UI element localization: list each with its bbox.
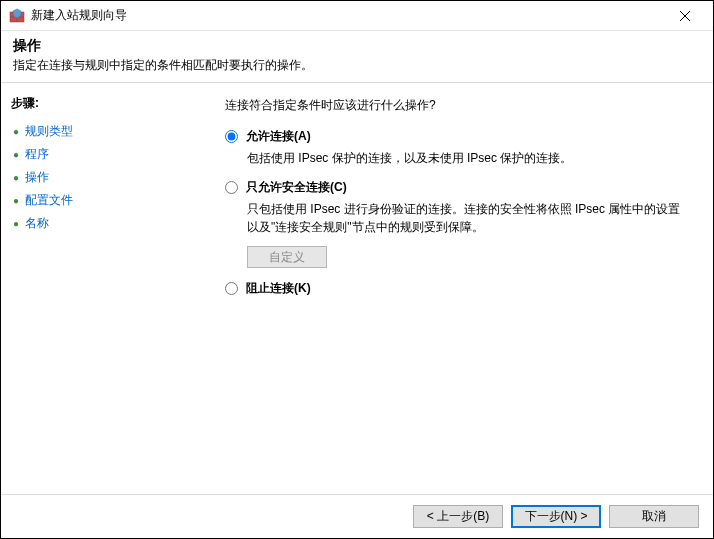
radio-allow-secure[interactable] (225, 181, 238, 194)
header-panel: 操作 指定在连接与规则中指定的条件相匹配时要执行的操作。 (1, 31, 713, 83)
window-title: 新建入站规则向导 (31, 7, 665, 24)
step-name[interactable]: ● 名称 (11, 212, 191, 235)
page-desc: 指定在连接与规则中指定的条件相匹配时要执行的操作。 (13, 57, 701, 74)
option-allow-secure: 只允许安全连接(C) 只包括使用 IPsec 进行身份验证的连接。连接的安全性将… (225, 179, 689, 268)
bullet-icon: ● (13, 173, 19, 183)
radio-allow[interactable] (225, 130, 238, 143)
radio-block[interactable] (225, 282, 238, 295)
option-allow-row[interactable]: 允许连接(A) (225, 128, 689, 145)
option-block: 阻止连接(K) (225, 280, 689, 297)
option-allow-desc: 包括使用 IPsec 保护的连接，以及未使用 IPsec 保护的连接。 (247, 149, 689, 167)
option-block-label: 阻止连接(K) (246, 280, 311, 297)
option-allow: 允许连接(A) 包括使用 IPsec 保护的连接，以及未使用 IPsec 保护的… (225, 128, 689, 167)
customize-button: 自定义 (247, 246, 327, 268)
page-title: 操作 (13, 37, 701, 55)
close-button[interactable] (665, 2, 705, 30)
footer: < 上一步(B) 下一步(N) > 取消 (1, 494, 713, 538)
back-button[interactable]: < 上一步(B) (413, 505, 503, 528)
step-label: 程序 (25, 146, 49, 163)
step-profile[interactable]: ● 配置文件 (11, 189, 191, 212)
next-button[interactable]: 下一步(N) > (511, 505, 601, 528)
cancel-button[interactable]: 取消 (609, 505, 699, 528)
close-icon (680, 11, 690, 21)
step-label: 操作 (25, 169, 49, 186)
content-question: 连接符合指定条件时应该进行什么操作? (225, 97, 689, 114)
titlebar: 新建入站规则向导 (1, 1, 713, 31)
bullet-icon: ● (13, 150, 19, 160)
step-rule-type[interactable]: ● 规则类型 (11, 120, 191, 143)
option-allow-secure-desc: 只包括使用 IPsec 进行身份验证的连接。连接的安全性将依照 IPsec 属性… (247, 200, 689, 236)
bullet-icon: ● (13, 127, 19, 137)
option-allow-label: 允许连接(A) (246, 128, 311, 145)
steps-sidebar: 步骤: ● 规则类型 ● 程序 ● 操作 ● 配置文件 ● 名称 (1, 83, 201, 494)
option-allow-secure-label: 只允许安全连接(C) (246, 179, 347, 196)
content-panel: 连接符合指定条件时应该进行什么操作? 允许连接(A) 包括使用 IPsec 保护… (201, 83, 713, 494)
step-action[interactable]: ● 操作 (11, 166, 191, 189)
step-label: 规则类型 (25, 123, 73, 140)
option-block-row[interactable]: 阻止连接(K) (225, 280, 689, 297)
step-label: 配置文件 (25, 192, 73, 209)
bullet-icon: ● (13, 196, 19, 206)
steps-heading: 步骤: (11, 95, 191, 112)
step-program[interactable]: ● 程序 (11, 143, 191, 166)
bullet-icon: ● (13, 219, 19, 229)
option-allow-secure-row[interactable]: 只允许安全连接(C) (225, 179, 689, 196)
step-label: 名称 (25, 215, 49, 232)
firewall-icon (9, 8, 25, 24)
